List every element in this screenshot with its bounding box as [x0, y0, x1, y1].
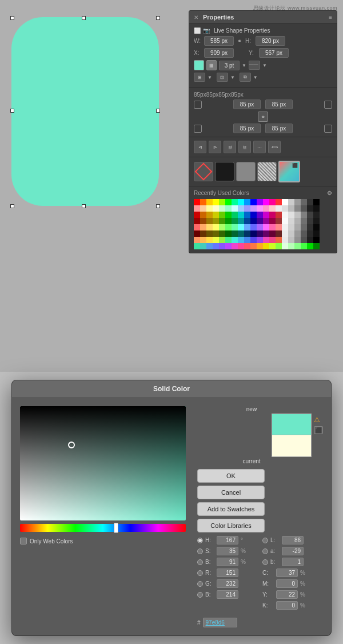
color-swatch-cell[interactable]: [200, 237, 206, 243]
color-swatch-cell[interactable]: [294, 212, 301, 218]
color-swatch-cell[interactable]: [250, 199, 257, 205]
color-swatch-cell[interactable]: [194, 205, 200, 212]
align-btn-3[interactable]: ⧉: [240, 73, 251, 82]
color-swatch-cell[interactable]: [257, 205, 263, 212]
color-swatch-cell[interactable]: [294, 218, 301, 224]
panel-close-icon[interactable]: ✕: [194, 14, 198, 21]
y-value[interactable]: 567 px: [259, 48, 289, 58]
color-swatch-cell[interactable]: [238, 224, 244, 230]
color-swatch-cell[interactable]: [206, 205, 213, 212]
color-swatch-cell[interactable]: [263, 237, 269, 243]
color-swatch-cell[interactable]: [206, 237, 213, 243]
align-dropdown-2[interactable]: ▼: [230, 75, 235, 80]
color-swatch-cell[interactable]: [232, 237, 238, 243]
color-swatch-cell[interactable]: [219, 224, 225, 230]
stroke-weight-dropdown[interactable]: ▼: [242, 63, 246, 68]
color-swatch-cell[interactable]: [250, 205, 257, 212]
hex-input[interactable]: 97e8d6: [203, 618, 237, 627]
color-swatch-cell[interactable]: [288, 199, 294, 205]
color-swatch-cell[interactable]: [200, 218, 206, 224]
color-swatch-cell[interactable]: [257, 230, 263, 237]
handle-mid-left[interactable]: [10, 109, 14, 113]
color-swatch-cell[interactable]: [200, 212, 206, 218]
color-swatch-cell[interactable]: [269, 218, 276, 224]
corner-bl-value[interactable]: 85 px: [233, 124, 261, 133]
link-icon[interactable]: ⚭: [236, 38, 243, 44]
color-swatch-cell[interactable]: [244, 212, 250, 218]
color-swatch-cell[interactable]: [313, 199, 320, 205]
r-radio[interactable]: [197, 570, 203, 576]
corner-tr-value[interactable]: 85 px: [265, 100, 293, 109]
align-dropdown[interactable]: ▼: [208, 75, 212, 80]
color-swatch-cell[interactable]: [194, 212, 200, 218]
color-swatch-cell[interactable]: [294, 224, 301, 230]
color-swatch-cell[interactable]: [307, 243, 313, 249]
color-swatch-cell[interactable]: [232, 218, 238, 224]
striped-btn[interactable]: [257, 162, 277, 181]
color-swatch-cell[interactable]: [288, 230, 294, 237]
a-value[interactable]: -29: [282, 547, 304, 555]
color-swatch-cell[interactable]: [238, 199, 244, 205]
r-value[interactable]: 151: [217, 569, 238, 577]
color-swatch-cell[interactable]: [225, 218, 232, 224]
color-swatch-cell[interactable]: [219, 212, 225, 218]
color-swatch-cell[interactable]: [206, 224, 213, 230]
color-swatch-cell[interactable]: [213, 230, 219, 237]
color-swatch-cell[interactable]: [194, 218, 200, 224]
color-swatch-cell[interactable]: [219, 230, 225, 237]
color-swatch-cell[interactable]: [313, 224, 320, 230]
color-swatch-cell[interactable]: [238, 237, 244, 243]
color-swatch-cell[interactable]: [232, 224, 238, 230]
color-swatch-cell[interactable]: [288, 224, 294, 230]
color-swatch-cell[interactable]: [282, 230, 288, 237]
color-swatch-cell[interactable]: [238, 243, 244, 249]
cancel-button[interactable]: Cancel: [197, 486, 265, 499]
color-swatch-cell[interactable]: [219, 199, 225, 205]
color-swatch-cell[interactable]: [263, 205, 269, 212]
only-web-checkbox[interactable]: [20, 538, 27, 544]
handle-bottom-left[interactable]: [10, 204, 14, 208]
color-swatch-cell[interactable]: [307, 199, 313, 205]
height-value[interactable]: 820 px: [256, 36, 285, 46]
color-swatch-cell[interactable]: [225, 199, 232, 205]
align-right-btn[interactable]: ⊴: [224, 141, 236, 153]
handle-top-mid[interactable]: [82, 16, 86, 20]
h-value[interactable]: 167: [217, 536, 238, 544]
align-center-btn[interactable]: ⊳: [209, 141, 221, 153]
color-swatch-cell[interactable]: [213, 218, 219, 224]
color-swatch-cell[interactable]: [238, 218, 244, 224]
color-swatch-cell[interactable]: [225, 205, 232, 212]
color-swatch-cell[interactable]: [194, 230, 200, 237]
color-swatch-cell[interactable]: [313, 218, 320, 224]
color-swatch-cell[interactable]: [301, 224, 307, 230]
color-swatch-cell[interactable]: [301, 205, 307, 212]
color-swatch-cell[interactable]: [301, 212, 307, 218]
color-swatch-cell[interactable]: [269, 243, 276, 249]
color-swatch-cell[interactable]: [213, 199, 219, 205]
color-swatch-cell[interactable]: [282, 212, 288, 218]
b2-radio[interactable]: [197, 592, 203, 598]
color-swatch-cell[interactable]: [288, 212, 294, 218]
color-swatch-cell[interactable]: [206, 199, 213, 205]
color-swatch-cell[interactable]: [313, 237, 320, 243]
color-swatch-cell[interactable]: [232, 212, 238, 218]
color-swatch-cell[interactable]: [200, 243, 206, 249]
color-spectrum[interactable]: [20, 406, 186, 520]
align-mid-btn[interactable]: ⋯: [253, 141, 266, 153]
h-radio[interactable]: [197, 538, 203, 543]
color-swatch-cell[interactable]: [257, 212, 263, 218]
color-swatch-cell[interactable]: [307, 224, 313, 230]
color-swatch-cell[interactable]: [313, 230, 320, 237]
color-swatch-cell[interactable]: [282, 224, 288, 230]
align-top-btn[interactable]: ⊵: [238, 141, 251, 153]
color-swatch-cell[interactable]: [219, 237, 225, 243]
color-swatch-cell[interactable]: [206, 230, 213, 237]
fill-swatch[interactable]: [194, 60, 204, 70]
handle-bottom-right[interactable]: [156, 204, 160, 208]
color-swatch-cell[interactable]: [282, 218, 288, 224]
color-swatch-cell[interactable]: [244, 218, 250, 224]
color-swatch-cell[interactable]: [294, 205, 301, 212]
align-left-btn[interactable]: ⊲: [194, 141, 206, 153]
s-value[interactable]: 35: [217, 547, 238, 555]
color-swatch-cell[interactable]: [194, 237, 200, 243]
